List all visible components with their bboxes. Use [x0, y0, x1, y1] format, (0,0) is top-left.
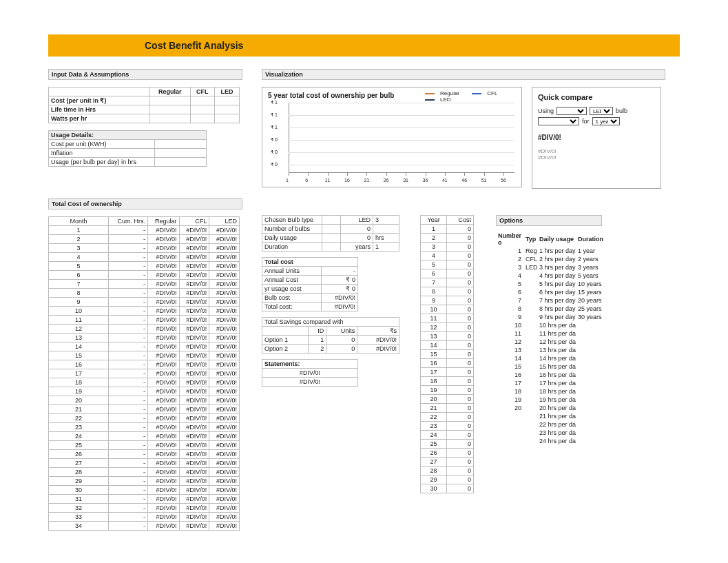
- table-row: 10-#DIV/0!#DIV/0!#DIV/0!: [49, 307, 240, 316]
- table-row: 29-#DIV/0!#DIV/0!#DIV/0!: [49, 477, 240, 486]
- qc-result: #DIV/0!: [538, 134, 655, 141]
- table-row: 7-#DIV/0!#DIV/0!#DIV/0!: [49, 280, 240, 289]
- table-row: 21-#DIV/0!#DIV/0!#DIV/0!: [49, 405, 240, 414]
- table-row: 5-#DIV/0!#DIV/0!#DIV/0!: [49, 262, 240, 271]
- savings-table: Total Savings compared with ID Units ₹s …: [262, 317, 399, 354]
- chosen-table: Chosen Bulb typeLED3Number of bulbs0Dail…: [262, 215, 399, 252]
- page-title: Cost Benefit Analysis: [48, 34, 680, 57]
- table-row: 12-#DIV/0!#DIV/0!#DIV/0!: [49, 325, 240, 334]
- table-row: 1-#DIV/0!#DIV/0!#DIV/0!: [49, 226, 240, 235]
- quick-compare-panel: Quick compare Using LED bulb for 1 year …: [532, 87, 661, 189]
- table-row: 23-#DIV/0!#DIV/0!#DIV/0!: [49, 423, 240, 432]
- yearcost-table: Year Cost 102030405060708090100110120130…: [420, 215, 474, 493]
- table-row: 28-#DIV/0!#DIV/0!#DIV/0!: [49, 468, 240, 477]
- table-row: 4-#DIV/0!#DIV/0!#DIV/0!: [49, 253, 240, 262]
- qc-hours-select[interactable]: [538, 117, 579, 125]
- table-row: 22-#DIV/0!#DIV/0!#DIV/0!: [49, 414, 240, 423]
- input-header: Input Data & Assumptions: [48, 69, 242, 80]
- table-row: 8-#DIV/0!#DIV/0!#DIV/0!: [49, 289, 240, 298]
- viz-header: Visualization: [262, 69, 665, 80]
- table-row: 30-#DIV/0!#DIV/0!#DIV/0!: [49, 486, 240, 495]
- totalcost-table: Total cost Annual Units-Annual Cost₹ 0yr…: [262, 257, 358, 311]
- tco-table: Month Cum. Hrs. Regular CFL LED 1-#DIV/0…: [48, 216, 240, 531]
- table-row: 33-#DIV/0!#DIV/0!#DIV/0!: [49, 513, 240, 522]
- table-row: 9-#DIV/0!#DIV/0!#DIV/0!: [49, 298, 240, 307]
- table-row: 11-#DIV/0!#DIV/0!#DIV/0!: [49, 316, 240, 325]
- table-row: 17-#DIV/0!#DIV/0!#DIV/0!: [49, 369, 240, 378]
- table-row: 25-#DIV/0!#DIV/0!#DIV/0!: [49, 441, 240, 450]
- table-row: 3-#DIV/0!#DIV/0!#DIV/0!: [49, 244, 240, 253]
- table-row: 31-#DIV/0!#DIV/0!#DIV/0!: [49, 495, 240, 504]
- qc-period-select[interactable]: 1 year: [592, 117, 620, 125]
- table-row: 32-#DIV/0!#DIV/0!#DIV/0!: [49, 504, 240, 513]
- table-row: 18-#DIV/0!#DIV/0!#DIV/0!: [49, 378, 240, 387]
- table-row: 13-#DIV/0!#DIV/0!#DIV/0!: [49, 334, 240, 342]
- table-row: 26-#DIV/0!#DIV/0!#DIV/0!: [49, 450, 240, 459]
- table-row: 16-#DIV/0!#DIV/0!#DIV/0!: [49, 360, 240, 369]
- usage-table: Usage Details: Cost per unit (KWH)Inflat…: [48, 130, 207, 167]
- chart-legend: Regular CFL LED: [425, 90, 514, 103]
- tco-chart: 5 year total cost of ownership per bulb …: [262, 87, 522, 187]
- table-row: 20-#DIV/0!#DIV/0!#DIV/0!: [49, 396, 240, 405]
- table-row: 34-#DIV/0!#DIV/0!#DIV/0!: [49, 522, 240, 531]
- qc-qty-select[interactable]: [557, 107, 587, 115]
- table-row: 14-#DIV/0!#DIV/0!#DIV/0!: [49, 342, 240, 351]
- qc-type-select[interactable]: LED: [590, 107, 613, 115]
- tco-header: Total Cost of ownership: [48, 198, 242, 209]
- quick-compare-title: Quick compare: [538, 93, 655, 101]
- chart-title: 5 year total cost of ownership per bulb: [268, 92, 394, 99]
- statements-table: Statements: #DIV/0!#DIV/0!: [262, 359, 358, 387]
- table-row: 24-#DIV/0!#DIV/0!#DIV/0!: [49, 432, 240, 441]
- table-row: 27-#DIV/0!#DIV/0!#DIV/0!: [49, 459, 240, 468]
- table-row: 15-#DIV/0!#DIV/0!#DIV/0!: [49, 351, 240, 360]
- table-row: 2-#DIV/0!#DIV/0!#DIV/0!: [49, 235, 240, 244]
- table-row: 6-#DIV/0!#DIV/0!#DIV/0!: [49, 271, 240, 280]
- options-table: Number o Typ Daily usage Duration 1Reg1 …: [496, 232, 605, 445]
- input-table: Regular CFL LED Cost (per unit in ₹)Life…: [48, 87, 240, 123]
- table-row: 19-#DIV/0!#DIV/0!#DIV/0!: [49, 387, 240, 396]
- options-header: Options: [496, 215, 602, 226]
